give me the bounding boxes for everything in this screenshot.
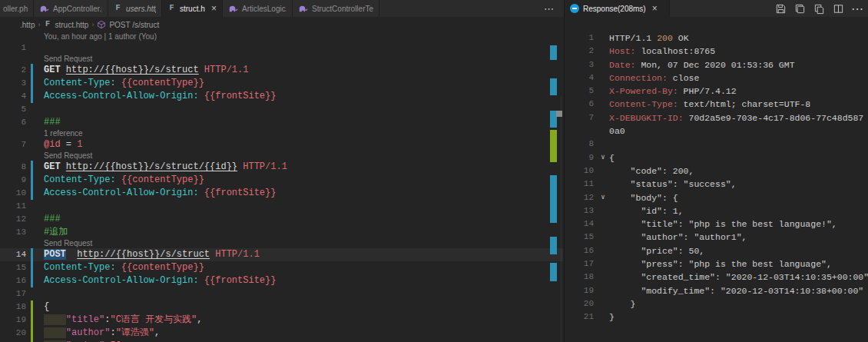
code-token: Content-Type: xyxy=(44,262,116,273)
close-tab-icon[interactable]: × xyxy=(211,4,217,13)
line-number: 9 xyxy=(0,174,31,187)
line-number: 1 xyxy=(0,42,31,55)
code-line[interactable]: 17 xyxy=(0,287,563,300)
code-line[interactable]: 1 xyxy=(0,42,563,55)
codelens-link[interactable]: You, an hour ago | 1 author (You) xyxy=(0,32,563,42)
line-number: 20 xyxy=(565,297,597,310)
response-token: 70d2a5e9-703e-4c17-8d06-77c48d587 xyxy=(684,113,864,123)
response-line[interactable]: 20 } xyxy=(565,297,868,310)
response-line[interactable]: 1HTTP/1.1 200 OK xyxy=(565,32,868,45)
code-text: "author":"谭浩强", xyxy=(33,327,160,340)
code-line[interactable]: 15Content-Type: {{contentType}} xyxy=(0,261,563,274)
response-line[interactable]: 18 "created_time": "2020-12-03T14:10:35+… xyxy=(565,271,868,284)
response-token: Date: xyxy=(609,60,636,70)
code-token: ### xyxy=(44,117,61,128)
response-line[interactable]: 15 "author": "author1", xyxy=(565,231,868,244)
code-line[interactable]: 9Content-Type: {{contentType}} xyxy=(0,174,563,187)
code-token: "谭浩强" xyxy=(116,327,154,338)
response-line[interactable]: 5X-Powered-By: PHP/7.4.12 xyxy=(565,85,868,98)
tab-response[interactable]: Response(208ms) × xyxy=(565,0,670,17)
response-line[interactable]: 11 "status": "success", xyxy=(565,178,868,191)
code-text xyxy=(33,200,44,213)
code-line[interactable]: 6### xyxy=(0,116,563,129)
tab-structcontrollertest-php[interactable]: StructControllerTest.php xyxy=(293,0,379,17)
response-line[interactable]: 9∨{ xyxy=(565,151,868,164)
save-icon[interactable] xyxy=(774,2,787,15)
response-line[interactable]: 3Date: Mon, 07 Dec 2020 01:53:36 GMT xyxy=(565,58,868,71)
response-line[interactable]: 13 "id": 1, xyxy=(565,204,868,217)
response-line[interactable]: 0a0 xyxy=(565,125,868,138)
response-text: "author": "author1", xyxy=(609,231,747,244)
codelens-link[interactable]: Send Request xyxy=(0,151,563,161)
code-line[interactable]: 19 "title":"C语言 开发与实践", xyxy=(0,314,563,327)
code-line[interactable]: 16Access-Control-Allow-Origin: {{frontSi… xyxy=(0,274,563,287)
code-line[interactable]: 4Access-Control-Allow-Origin: {{frontSit… xyxy=(0,90,563,103)
response-line[interactable]: 19 "modify_time": "2020-12-03T14:10:38+0… xyxy=(565,284,868,297)
code-line[interactable]: 12### xyxy=(0,213,563,226)
response-line[interactable]: 2Host: localhost:8765 xyxy=(565,45,868,58)
tab-articleslogic-php[interactable]: ArticlesLogic.php xyxy=(223,0,293,17)
code-line[interactable]: 18{ xyxy=(0,300,563,314)
response-line[interactable]: 14 "title": "php is the best language!", xyxy=(565,217,868,231)
response-line[interactable]: 7X-DEBUGKIT-ID: 70d2a5e9-703e-4c17-8d06-… xyxy=(565,111,868,125)
code-line[interactable]: 14POST http://{{host}}/s/struct HTTP/1.1 xyxy=(0,248,563,261)
line-number: 20 xyxy=(0,327,31,340)
fold-gutter-empty xyxy=(597,217,609,231)
close-tab-icon[interactable]: × xyxy=(652,4,658,13)
code-line[interactable]: 11 xyxy=(0,200,563,213)
response-token: Connection: xyxy=(609,73,668,83)
fold-chevron-icon[interactable]: ∨ xyxy=(597,191,609,204)
tab-appcontroller-php[interactable]: AppController.php xyxy=(34,0,108,17)
code-line[interactable]: 20 "author":"谭浩强", xyxy=(0,327,563,340)
code-line[interactable]: 10Access-Control-Allow-Origin: {{frontSi… xyxy=(0,187,563,200)
overview-mark-cursor xyxy=(556,111,562,117)
line-number: 16 xyxy=(0,274,31,287)
tab-oller-php[interactable]: oller.php xyxy=(0,0,34,17)
response-line[interactable]: 17 "press": "php is the best language", xyxy=(565,257,868,271)
code-token xyxy=(199,65,204,75)
codelens-link[interactable]: Send Request xyxy=(0,239,563,248)
code-line[interactable]: 13#追加 xyxy=(0,226,563,239)
response-line[interactable]: 8 xyxy=(565,138,868,151)
response-line[interactable]: 10 "code": 200, xyxy=(565,164,868,178)
fold-gutter-empty xyxy=(597,244,609,257)
symbol-struct-icon xyxy=(97,20,106,29)
code-line[interactable]: 5 xyxy=(0,103,563,116)
fold-chevron-icon[interactable]: ∨ xyxy=(597,151,609,164)
breadcrumb-symbol[interactable]: POST /s/struct xyxy=(109,21,159,29)
breadcrumb-file[interactable]: struct.http xyxy=(55,21,88,29)
http-file-icon: F xyxy=(43,20,51,29)
code-token: 1 xyxy=(77,139,82,150)
line-number: 8 xyxy=(0,161,31,174)
code-text: ### xyxy=(33,116,61,129)
response-line[interactable]: 12∨ "body": { xyxy=(565,191,868,204)
response-token: Host: xyxy=(609,46,636,56)
line-number: 10 xyxy=(0,187,31,200)
response-line[interactable]: 6Content-Type: text/html; charset=UTF-8 xyxy=(565,98,868,111)
response-text: } xyxy=(609,297,636,310)
code-line[interactable]: 2GET http://{{host}}/s/struct HTTP/1.1 xyxy=(0,64,563,77)
tab-struct-http[interactable]: F struct.http × xyxy=(162,0,223,17)
copy-response-icon[interactable] xyxy=(813,2,825,15)
more-actions-icon[interactable]: ⋯ xyxy=(851,2,863,15)
line-number xyxy=(565,125,597,138)
line-number: 11 xyxy=(0,200,31,213)
codelens-link[interactable]: Send Request xyxy=(0,55,563,64)
response-line[interactable]: 4Connection: close xyxy=(565,71,868,85)
split-editor-icon[interactable] xyxy=(832,2,844,15)
codelens-link[interactable]: 1 reference xyxy=(0,129,563,138)
code-text: Content-Type: {{contentType}} xyxy=(33,174,204,187)
breadcrumb-folder[interactable]: .http xyxy=(20,21,35,29)
response-line[interactable]: 21} xyxy=(565,310,868,324)
code-line[interactable]: 7@id = 1 xyxy=(0,138,563,151)
line-number: 12 xyxy=(565,191,597,204)
code-token: #追加 xyxy=(44,227,68,237)
save-copy-icon[interactable] xyxy=(793,2,806,15)
overview-ruler[interactable] xyxy=(548,0,563,342)
code-line[interactable]: 3Content-Type: {{contentType}} xyxy=(0,77,563,90)
fold-gutter-empty xyxy=(597,257,609,271)
code-token xyxy=(199,91,204,101)
code-line[interactable]: 8GET http://{{host}}/s/struct/{{id}} HTT… xyxy=(0,161,563,174)
tab-users-http[interactable]: F users.http xyxy=(108,0,162,17)
response-line[interactable]: 16 "price": 50, xyxy=(565,244,868,257)
